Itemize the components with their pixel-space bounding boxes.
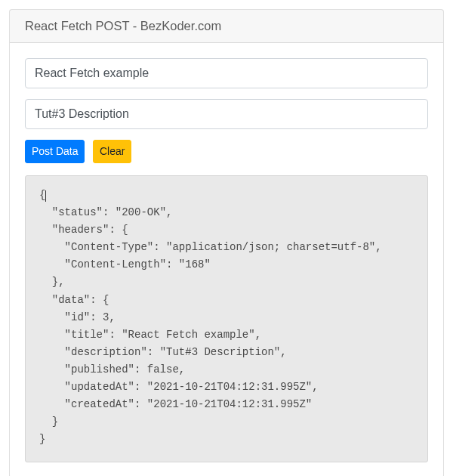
card-container: React Fetch POST - BezKoder.com Post Dat… — [9, 9, 444, 476]
card-header: React Fetch POST - BezKoder.com — [10, 10, 443, 43]
text-cursor-icon — [45, 190, 46, 202]
page-title: React Fetch POST - BezKoder.com — [25, 19, 221, 32]
response-body: "status": "200-OK", "headers": { "Conten… — [39, 206, 382, 445]
post-data-button[interactable]: Post Data — [25, 140, 85, 163]
button-row: Post Data Clear — [25, 140, 428, 163]
card-body: Post Data Clear { "status": "200-OK", "h… — [10, 43, 443, 476]
clear-button[interactable]: Clear — [93, 140, 131, 163]
description-input[interactable] — [25, 99, 428, 129]
response-output: { "status": "200-OK", "headers": { "Cont… — [25, 175, 428, 462]
title-input[interactable] — [25, 58, 428, 88]
